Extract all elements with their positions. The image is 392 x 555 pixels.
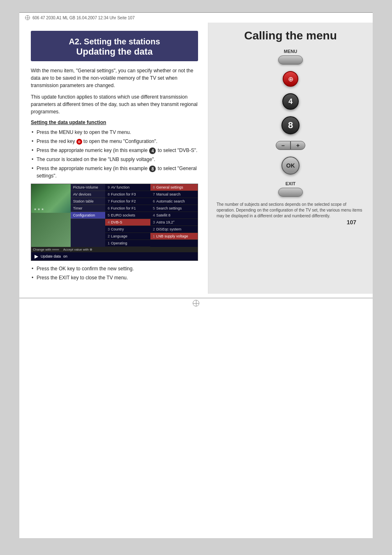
right-3[interactable]: 3Astra 19,2° xyxy=(150,219,198,226)
button-diagram: MENU ⊕ 4 8 – xyxy=(217,49,364,197)
minus-button[interactable]: – xyxy=(276,141,291,150)
exit-button[interactable] xyxy=(278,188,303,197)
section-title-box: A2. Setting the stations Updating the da… xyxy=(31,31,198,61)
center-1[interactable]: 1Operating xyxy=(105,240,150,247)
badge-8: 8 xyxy=(149,166,156,172)
update-arrow-icon: ▶ xyxy=(35,253,38,259)
sidebar-configuration[interactable]: Configuration xyxy=(71,212,105,219)
bullet-list-2: Press the OK key to confirm the new sett… xyxy=(31,265,198,281)
right-col-title: Calling the menu xyxy=(217,29,364,42)
bullet-1: Press the MENU key to open the TV menu. xyxy=(31,129,198,136)
right-column: Calling the menu MENU ⊕ 4 8 xyxy=(208,23,373,294)
center-4[interactable]: 4DVB-S xyxy=(105,219,150,226)
crosshair-bottom xyxy=(193,300,199,306)
menu-button[interactable] xyxy=(278,55,303,64)
center-9[interactable]: 9AV function xyxy=(105,184,150,191)
right-2[interactable]: 2DiSEqc system xyxy=(150,226,198,233)
tv-stars: ★ ★ ★ xyxy=(34,207,44,211)
bullet-3: Press the appropriate numeric key (in th… xyxy=(31,147,198,154)
center-8[interactable]: 8Function for F3 xyxy=(105,191,150,198)
ok-button[interactable]: OK xyxy=(281,157,300,175)
bottom-crosshair xyxy=(19,298,373,308)
center-3[interactable]: 3Country xyxy=(105,226,150,233)
tv-image-panel: ★ ★ ★ xyxy=(31,184,71,247)
main-content: A2. Setting the stations Updating the da… xyxy=(19,23,373,294)
right-4[interactable]: 4Satellit 8 xyxy=(150,212,198,219)
red-key-icon: ⊕ xyxy=(288,75,293,83)
left-column: A2. Setting the stations Updating the da… xyxy=(19,23,208,294)
plus-minus-group: – + xyxy=(276,141,305,150)
center-6[interactable]: 6Function for F1 xyxy=(105,205,150,212)
right-8[interactable]: 8General settings xyxy=(150,184,198,191)
plus-icon: + xyxy=(296,142,300,149)
update-data-label: Update data xyxy=(41,254,61,258)
paragraph-1: With the menu item, "General settings", … xyxy=(31,67,198,89)
badge-4: 4 xyxy=(149,147,156,154)
circle-4-label: 4 xyxy=(288,97,293,106)
menu-right: 8General settings 7Manual search 6Automa… xyxy=(150,184,198,247)
registration-text: 606 47 2030.A1 ML GB 16.04.2007 12:34 Uh… xyxy=(32,16,135,20)
ok-label: OK xyxy=(286,162,295,169)
sidebar-av-devices[interactable]: AV devices xyxy=(71,191,105,198)
section-title-line2: Updating the data xyxy=(35,46,194,57)
red-key-button[interactable]: ⊕ xyxy=(283,71,298,87)
bullet-7: Press the OK key to confirm the new sett… xyxy=(31,265,198,272)
bullet-5: Press the appropriate numeric key (in th… xyxy=(31,165,198,180)
menu-label: MENU xyxy=(284,49,297,54)
page-number: 107 xyxy=(217,219,364,230)
right-6[interactable]: 6Automatic search xyxy=(150,198,198,205)
section-title-line1: A2. Setting the stations xyxy=(35,37,194,46)
menu-center: 9AV function 8Function for F3 7Function … xyxy=(105,184,150,247)
center-5[interactable]: 5EURO sockets xyxy=(105,212,150,219)
change-label: Change with ═══ xyxy=(33,248,59,251)
top-bar: 606 47 2030.A1 ML GB 16.04.2007 12:34 Uh… xyxy=(19,12,373,23)
center-2[interactable]: 2Language xyxy=(105,233,150,240)
page: 606 47 2030.A1 ML GB 16.04.2007 12:34 Uh… xyxy=(19,12,373,538)
update-bar: ▶ Update data on xyxy=(31,252,198,260)
plus-button[interactable]: + xyxy=(291,141,305,150)
right-1[interactable]: 1LNB supply voltage xyxy=(150,233,198,240)
menu-sidebar: Picture-Volume AV devices Station table … xyxy=(71,184,105,247)
exit-button-group: EXIT xyxy=(278,181,303,197)
right-5[interactable]: 5Search settings xyxy=(150,205,198,212)
minus-icon: – xyxy=(281,142,285,149)
bullet-4: The cursor is located on the line "LNB s… xyxy=(31,156,198,163)
bullet-8: Press the EXIT key to close the TV menu. xyxy=(31,274,198,281)
menu-content-row: ★ ★ ★ Picture-Volume AV devices Station … xyxy=(31,184,198,247)
circle-4-button[interactable]: 4 xyxy=(282,93,299,110)
accept-label: Accept value with ⊗ xyxy=(63,248,92,251)
sidebar-picture-volume[interactable]: Picture-Volume xyxy=(71,184,105,191)
sidebar-timer[interactable]: Timer xyxy=(71,205,105,212)
circle-8-button[interactable]: 8 xyxy=(281,116,300,134)
reg-mark-top xyxy=(25,15,30,20)
right-7[interactable]: 7Manual search xyxy=(150,191,198,198)
circle-8-label: 8 xyxy=(288,120,293,131)
center-7[interactable]: 7Function for F2 xyxy=(105,198,150,205)
subsection-title: Setting the data update function xyxy=(31,120,198,125)
bullet-2: Press the red key ⊕ to open the menu "Co… xyxy=(31,138,198,145)
menu-screenshot: ★ ★ ★ Picture-Volume AV devices Station … xyxy=(31,184,198,261)
update-data-value: on xyxy=(63,254,67,258)
menu-bottom-hints: Change with ═══ Accept value with ⊗ xyxy=(31,247,198,252)
menu-button-group: MENU xyxy=(278,49,303,64)
paragraph-2: This update function applies to stations… xyxy=(31,93,198,115)
exit-label: EXIT xyxy=(286,181,295,186)
bullet-list: Press the MENU key to open the TV menu. … xyxy=(31,129,198,180)
footnote: The number of subjects and sections depe… xyxy=(217,202,364,219)
sidebar-station-table[interactable]: Station table xyxy=(71,198,105,205)
